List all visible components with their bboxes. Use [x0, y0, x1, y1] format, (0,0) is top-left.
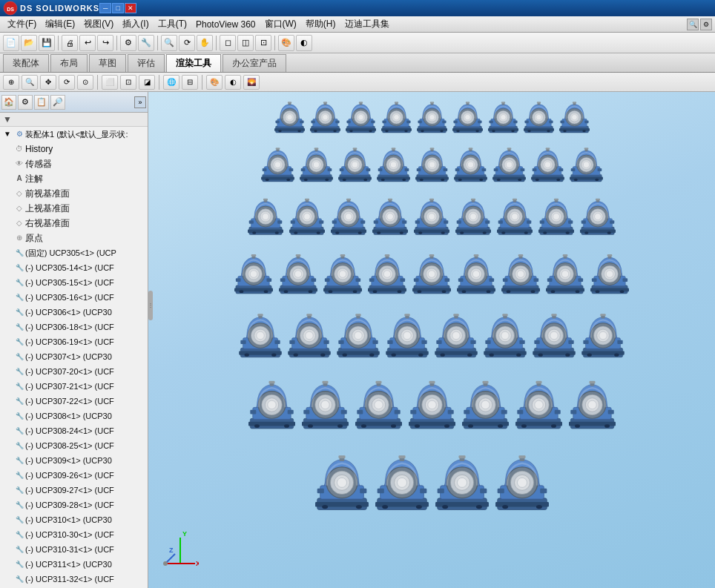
minimize-button[interactable]: ─ — [99, 3, 111, 13]
toolbar-open-btn[interactable]: 📂 — [21, 35, 37, 51]
sidebar-search-btn[interactable]: 🔎 — [50, 95, 65, 110]
svg-rect-533 — [436, 340, 441, 344]
right-plane-label: 右视基准面 — [25, 217, 70, 230]
menu-maidi[interactable]: 迈迪工具集 — [340, 16, 394, 32]
sidebar-home-btn[interactable]: 🏠 — [1, 95, 16, 110]
vp-display2-btn[interactable]: ⊡ — [120, 75, 136, 90]
tree-item-history[interactable]: ⏱ History — [0, 142, 148, 156]
sidebar-config-btn[interactable]: ⚙ — [18, 95, 33, 110]
toolbar-appearance-btn[interactable]: 🎨 — [278, 35, 294, 51]
menu-window[interactable]: 窗口(W) — [260, 16, 301, 32]
tree-root-item[interactable]: ▼ ⚙ 装配体1 (默认<默认_显示状: — [0, 127, 148, 142]
toolbar-view1-btn[interactable]: ◻ — [220, 35, 236, 51]
vp-zoom-fit-btn[interactable]: ⊕ — [3, 75, 19, 90]
tree-item-component-15[interactable]: 🔧 (-) UCP309-26<1> (UCF — [0, 468, 148, 483]
tab-sketch[interactable]: 草图 — [89, 54, 126, 72]
tree-item-component-10[interactable]: 🔧 (-) UCP307-22<1> (UCF — [0, 394, 148, 409]
tree-item-origin[interactable]: ⊕ 原点 — [0, 231, 148, 245]
sidebar-expand-btn[interactable]: » — [134, 96, 146, 108]
menu-edit[interactable]: 编辑(E) — [41, 16, 79, 32]
tree-item-component-14[interactable]: 🔧 (-) UCP309<1> (UCP30 — [0, 453, 148, 468]
svg-rect-39 — [346, 121, 350, 124]
menu-search-icon[interactable]: 🔍 — [687, 19, 699, 30]
tree-item-component-22[interactable]: 🔧 (-) UCP311-32<1> (UCF — [0, 572, 148, 587]
toolbar-zoom-btn[interactable]: 🔍 — [161, 35, 177, 51]
tree-item-component-19[interactable]: 🔧 (-) UCP310-30<1> (UCF — [0, 527, 148, 542]
vp-appearance-btn[interactable]: 🎨 — [206, 75, 223, 90]
tree-item-component-1[interactable]: 🔧 (-) UCP305-14<1> (UCF — [0, 260, 148, 275]
tree-item-component-21[interactable]: 🔧 (-) UCP311<1> (UCP30 — [0, 557, 148, 572]
tab-render-tools[interactable]: 渲染工具 — [166, 54, 221, 72]
tree-item-component-16[interactable]: 🔧 (-) UCP309-27<1> (UCF — [0, 483, 148, 498]
svg-rect-597 — [322, 381, 328, 383]
history-label: History — [25, 142, 53, 156]
vp-display1-btn[interactable]: ⬜ — [102, 75, 118, 90]
menu-help[interactable]: 帮助(H) — [301, 16, 340, 32]
tree-item-component-20[interactable]: 🔧 (-) UCP310-31<1> (UCF — [0, 542, 148, 557]
tree-item-component-8[interactable]: 🔧 (-) UCP307-20<1> (UCF — [0, 364, 148, 379]
menu-tools[interactable]: 工具(T) — [154, 16, 191, 32]
toolbar-render-btn[interactable]: ◐ — [296, 35, 312, 51]
svg-rect-91 — [489, 121, 492, 124]
toolbar-pan-btn[interactable]: ✋ — [197, 35, 213, 51]
tab-office[interactable]: 办公室产品 — [223, 54, 286, 72]
top-plane-label: 上视基准面 — [25, 202, 70, 215]
sidebar-properties-btn[interactable]: 📋 — [34, 95, 49, 110]
toolbar-options-btn[interactable]: 🔧 — [138, 35, 154, 51]
tree-item-component-5[interactable]: 🔧 (-) UCP306-18<1> (UCF — [0, 320, 148, 334]
toolbar-view2-btn[interactable]: ◫ — [237, 35, 254, 51]
svg-point-296 — [429, 214, 435, 220]
vp-render-btn[interactable]: ◐ — [225, 75, 241, 90]
menu-options-icon[interactable]: ⚙ — [700, 19, 712, 30]
tree-item-right-plane[interactable]: ◇ 右视基准面 — [0, 216, 148, 231]
vp-scene-btn[interactable]: 🌄 — [243, 75, 260, 90]
vp-zoom-box-btn[interactable]: 🔍 — [22, 75, 38, 90]
toolbar-new-btn[interactable]: 📄 — [3, 35, 19, 51]
tree-item-component-4[interactable]: 🔧 (-) UCP306<1> (UCP30 — [0, 305, 148, 320]
toolbar-rotate-btn[interactable]: ⟳ — [179, 35, 195, 51]
vp-section-btn[interactable]: ⊟ — [182, 75, 198, 90]
bearing-unit — [454, 145, 487, 187]
menu-insert[interactable]: 插入(I) — [118, 16, 153, 32]
toolbar-undo-btn[interactable]: ↩ — [79, 35, 96, 51]
close-button[interactable]: ✕ — [125, 3, 136, 13]
tree-item-annotations[interactable]: A 注解 — [0, 171, 148, 186]
tree-item-component-11[interactable]: 🔧 (-) UCP308<1> (UCP30 — [0, 409, 148, 423]
vp-pan-btn[interactable]: ✥ — [40, 75, 56, 90]
tree-item-sensors[interactable]: 👁 传感器 — [0, 156, 148, 171]
tree-item-component-12[interactable]: 🔧 (-) UCP308-24<1> (UCF — [0, 423, 148, 438]
tree-item-component-9[interactable]: 🔧 (-) UCP307-21<1> (UCF — [0, 379, 148, 394]
tree-item-component-0[interactable]: 🔧 (固定) UCP305<1> (UCP — [0, 245, 148, 260]
menu-file[interactable]: 文件(F) — [3, 16, 41, 32]
tree-item-top-plane[interactable]: ◇ 上视基准面 — [0, 201, 148, 216]
bearing-unit — [570, 145, 603, 187]
tab-evaluate[interactable]: 评估 — [128, 54, 165, 72]
tab-layout[interactable]: 布局 — [50, 54, 88, 72]
toolbar-save-btn[interactable]: 💾 — [39, 35, 55, 51]
3d-viewport[interactable]: Y X Z ⋮ — [148, 92, 715, 588]
sidebar-resize-handle[interactable]: ⋮ — [148, 291, 153, 320]
vp-normal-btn[interactable]: ⊙ — [77, 75, 93, 90]
bearing-unit — [484, 311, 527, 363]
maximize-button[interactable]: □ — [112, 3, 124, 13]
toolbar-print-btn[interactable]: 🖨 — [62, 35, 78, 51]
toolbar-view3-btn[interactable]: ⊡ — [255, 35, 271, 51]
vp-view-orient-btn[interactable]: 🌐 — [163, 75, 179, 90]
tree-item-component-13[interactable]: 🔧 (-) UCP308-25<1> (UCF — [0, 438, 148, 453]
menu-view[interactable]: 视图(V) — [79, 16, 118, 32]
tree-item-component-7[interactable]: 🔧 (-) UCP307<1> (UCP30 — [0, 349, 148, 364]
vp-display3-btn[interactable]: ◪ — [139, 75, 155, 90]
tree-item-component-3[interactable]: 🔧 (-) UCP305-16<1> (UCF — [0, 290, 148, 305]
menu-photoview[interactable]: PhotoView 360 — [191, 18, 260, 31]
toolbar-rebuild-btn[interactable]: ⚙ — [120, 35, 136, 51]
tab-assembly[interactable]: 装配体 — [3, 54, 49, 72]
tree-item-component-18[interactable]: 🔧 (-) UCP310<1> (UCP30 — [0, 512, 148, 527]
tree-item-component-17[interactable]: 🔧 (-) UCP309-28<1> (UCF — [0, 498, 148, 512]
tree-item-component-6[interactable]: 🔧 (-) UCP306-19<1> (UCF — [0, 334, 148, 349]
tree-item-component-2[interactable]: 🔧 (-) UCP305-15<1> (UCF — [0, 275, 148, 290]
vp-rotate-btn[interactable]: ⟳ — [59, 75, 75, 90]
svg-point-303 — [460, 231, 464, 234]
toolbar-redo-btn[interactable]: ↪ — [97, 35, 113, 51]
svg-point-642 — [551, 424, 556, 428]
tree-item-front-plane[interactable]: ◇ 前视基准面 — [0, 186, 148, 201]
